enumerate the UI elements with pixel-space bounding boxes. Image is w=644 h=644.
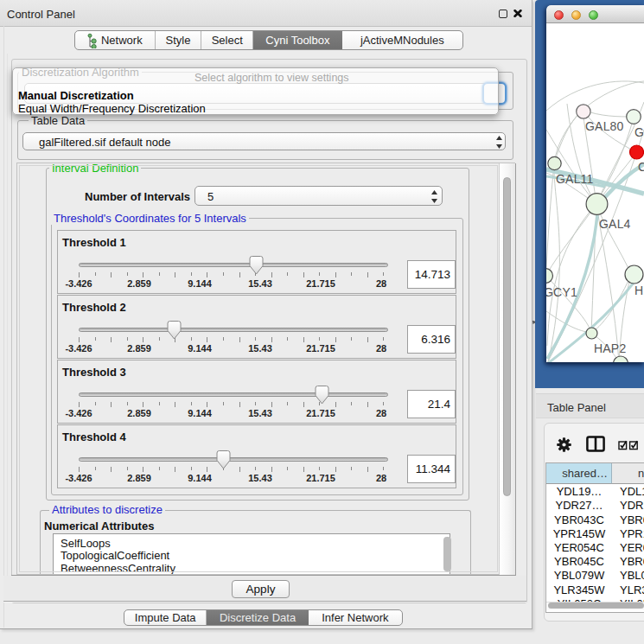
svg-text:HIS: HIS — [634, 284, 644, 297]
svg-text:GAL80: GAL80 — [585, 119, 624, 133]
svg-text:GAL4: GAL4 — [599, 217, 631, 231]
svg-text:GAL1: GAL1 — [634, 125, 644, 139]
svg-text:GCY1: GCY1 — [546, 285, 577, 299]
svg-text:CD: CD — [638, 160, 644, 174]
svg-text:GAL11: GAL11 — [556, 172, 594, 186]
svg-text:HAP2: HAP2 — [594, 341, 626, 355]
